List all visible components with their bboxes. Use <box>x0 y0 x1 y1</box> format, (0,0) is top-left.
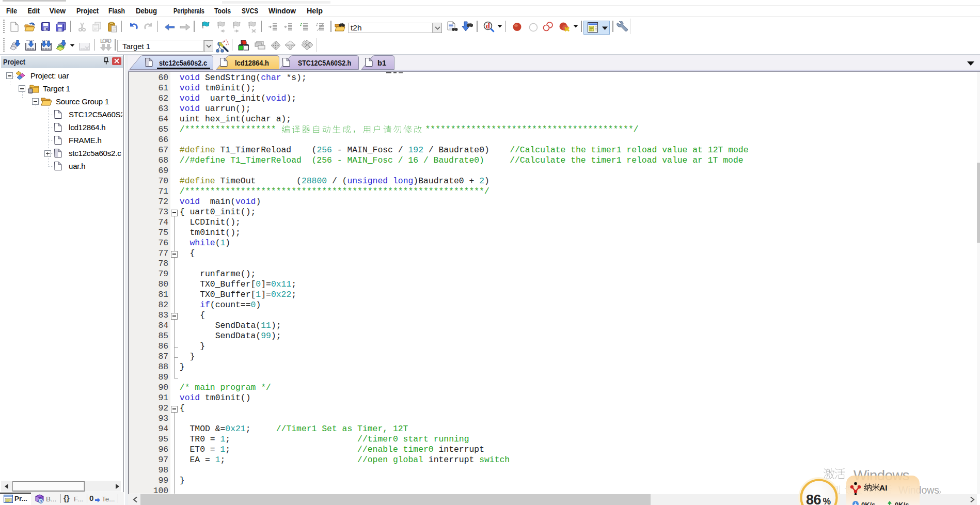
svg-text:%: % <box>823 496 831 505</box>
svg-text:d: d <box>486 22 490 30</box>
svg-text:Debug: Debug <box>136 6 157 15</box>
svg-text:Tools: Tools <box>214 6 231 15</box>
svg-text:?: ? <box>40 499 42 503</box>
svg-text:SVCS: SVCS <box>242 6 258 15</box>
svg-text:0K/s: 0K/s <box>895 501 909 505</box>
svg-text:Help: Help <box>307 6 323 15</box>
svg-text:Window: Window <box>268 6 296 15</box>
svg-text:STC12C5A60S2.h: STC12C5A60S2.h <box>298 58 351 67</box>
svg-text:Flash: Flash <box>108 6 125 15</box>
svg-text:View: View <box>50 6 66 15</box>
svg-text:Peripherals: Peripherals <box>173 6 204 15</box>
svg-text:stc12c5a60s2.c: stc12c5a60s2.c <box>159 58 207 67</box>
svg-text:Project: Project <box>76 6 99 15</box>
svg-text:lcd12864.h: lcd12864.h <box>235 58 269 67</box>
svg-text:0K/s: 0K/s <box>861 501 875 505</box>
svg-text:b1: b1 <box>377 58 386 67</box>
svg-text:Edit: Edit <box>28 6 40 15</box>
svg-text:86: 86 <box>806 492 821 505</box>
svg-text:LOAD: LOAD <box>100 38 112 44</box>
svg-text:File: File <box>6 6 17 15</box>
